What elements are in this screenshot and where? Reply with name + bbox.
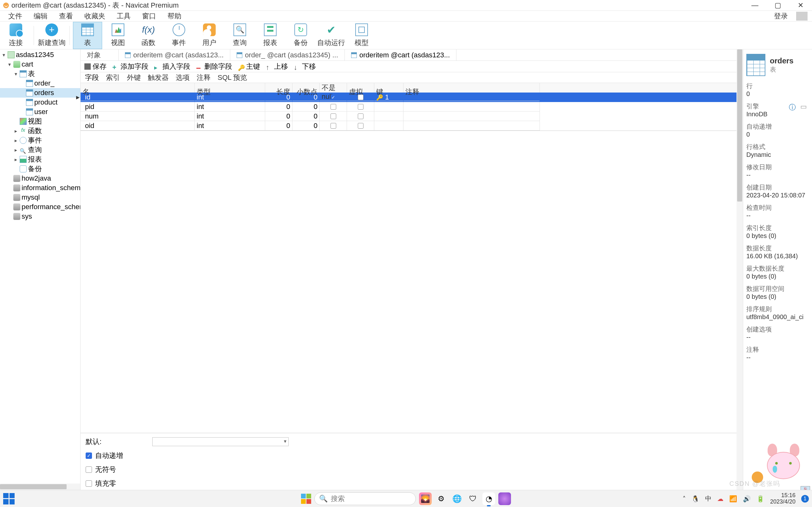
taskbar-notifications[interactable]: 1	[801, 495, 809, 503]
tree-folder-queries[interactable]: ▸查询	[0, 145, 80, 155]
login-button[interactable]: 登录	[768, 10, 794, 22]
virtual-checkbox[interactable]	[358, 104, 363, 110]
table-row[interactable]: oid int 0 0	[81, 121, 737, 130]
tool-event[interactable]: 事件	[164, 22, 194, 49]
tray-input-icon[interactable]: 中	[705, 494, 711, 503]
maximize-button[interactable]: ▢	[766, 0, 789, 11]
taskbar-app-shield[interactable]: 🛡	[467, 493, 479, 505]
table-row[interactable]: num int 0 0	[81, 112, 737, 121]
subtab-field[interactable]: 字段	[85, 73, 99, 82]
prop-zerofill[interactable]: 填充零	[86, 479, 731, 488]
tray-qq-icon[interactable]: 🐧	[692, 495, 699, 503]
tree-table-user[interactable]: user	[0, 107, 80, 117]
tray-battery-icon[interactable]: 🔋	[757, 495, 764, 503]
action-primary-key[interactable]: 主键	[238, 62, 260, 71]
tree-folder-backups[interactable]: 备份	[0, 164, 80, 174]
subtab-comment[interactable]: 注释	[197, 73, 211, 82]
tree-db-sys[interactable]: sys	[0, 212, 80, 221]
tool-function[interactable]: f(x)函数	[134, 22, 163, 49]
notnull-checkbox[interactable]	[331, 95, 336, 100]
tab-objects[interactable]: 对象	[81, 49, 119, 60]
virtual-checkbox[interactable]	[358, 123, 363, 129]
tab-order[interactable]: order_ @cart (asdas12345) ...	[230, 49, 345, 60]
taskbar-app-purple[interactable]	[498, 493, 511, 505]
prop-unsigned[interactable]: 无符号	[86, 465, 731, 474]
taskbar-app-edge[interactable]: 🌐	[451, 493, 463, 505]
virtual-checkbox[interactable]	[358, 95, 363, 100]
tree-folder-functions[interactable]: ▸函数	[0, 126, 80, 135]
info-icon[interactable]: ⓘ	[789, 103, 796, 112]
subtab-fk[interactable]: 外键	[127, 73, 141, 82]
tree-folder-reports[interactable]: ▸报表	[0, 155, 80, 164]
toolbar: 连接 新建查询 表 视图 f(x)函数 事件 用户 查询 报表 备份 自动运行 …	[0, 21, 812, 49]
menu-file[interactable]: 文件	[3, 10, 28, 22]
minimize-button[interactable]: —	[744, 0, 766, 11]
tree-db-perfschema[interactable]: performance_schema	[0, 202, 80, 212]
taskbar-app-navicat[interactable]: ◔	[483, 493, 495, 505]
tree-table-orders[interactable]: orders	[0, 88, 80, 98]
tray-cloud-icon[interactable]: ☁	[717, 495, 723, 503]
tab-orderitem-2[interactable]: orderitem @cart (asdas123...	[345, 49, 456, 60]
virtual-checkbox[interactable]	[358, 113, 363, 119]
menu-favorite[interactable]: 收藏夹	[79, 10, 111, 22]
menu-tool[interactable]: 工具	[111, 10, 136, 22]
tool-new-query[interactable]: 新建查询	[37, 22, 66, 49]
tray-wifi-icon[interactable]: 📶	[729, 495, 737, 503]
action-save[interactable]: 保存	[84, 62, 107, 71]
tree-db-how2java[interactable]: how2java	[0, 174, 80, 183]
notnull-checkbox[interactable]	[331, 113, 336, 119]
tree-folder-events[interactable]: ▸事件	[0, 135, 80, 145]
action-move-down[interactable]: 下移	[294, 62, 316, 71]
prop-default-combo[interactable]	[152, 437, 289, 446]
tool-user[interactable]: 用户	[195, 22, 224, 49]
subtab-index[interactable]: 索引	[106, 73, 120, 82]
menu-edit[interactable]: 编辑	[28, 10, 53, 22]
tool-table[interactable]: 表	[73, 22, 102, 49]
subtab-sql[interactable]: SQL 预览	[217, 73, 247, 82]
tool-connection[interactable]: 连接	[1, 22, 31, 49]
taskbar-app-gallery[interactable]: 🌄	[419, 493, 432, 505]
avatar-icon[interactable]	[796, 12, 808, 20]
start-alt-icon[interactable]	[3, 493, 14, 504]
action-add-field[interactable]: 添加字段	[112, 62, 148, 71]
tree-db-mysql[interactable]: mysql	[0, 193, 80, 202]
tree-db-infoschema[interactable]: information_schema	[0, 183, 80, 193]
tree-folder-views[interactable]: 视图	[0, 117, 80, 126]
tool-backup[interactable]: 备份	[286, 22, 315, 49]
subtab-trigger[interactable]: 触发器	[148, 73, 169, 82]
info-property: 自动递增0	[746, 122, 809, 138]
notnull-checkbox[interactable]	[331, 123, 336, 129]
table-row[interactable]: ▸id int 0 0 1	[81, 93, 737, 102]
menu-help[interactable]: 帮助	[162, 10, 187, 22]
sidebar-scrollbar[interactable]	[0, 484, 81, 490]
menu-view[interactable]: 查看	[53, 10, 79, 22]
tree-table-order[interactable]: order_	[0, 78, 80, 88]
taskbar-app-settings[interactable]: ⚙	[435, 493, 448, 505]
tree-database-cart[interactable]: ▾cart	[0, 60, 80, 69]
tool-query[interactable]: 查询	[225, 22, 254, 49]
tray-chevron-icon[interactable]: ˄	[682, 495, 686, 503]
tool-model[interactable]: 模型	[347, 22, 376, 49]
tray-volume-icon[interactable]: 🔊	[743, 495, 751, 503]
action-move-up[interactable]: 上移	[266, 62, 288, 71]
notnull-checkbox[interactable]	[331, 104, 336, 110]
taskbar-search[interactable]: 🔍搜索	[314, 493, 416, 505]
tree-folder-tables[interactable]: ▾表	[0, 69, 80, 78]
close-button[interactable]: ✕	[789, 0, 812, 11]
tree-table-product[interactable]: product	[0, 98, 80, 107]
ddl-icon[interactable]: ▭	[800, 103, 807, 112]
subtab-option[interactable]: 选项	[176, 73, 190, 82]
action-delete-field[interactable]: 删除字段	[196, 62, 232, 71]
tool-auto[interactable]: 自动运行	[316, 22, 346, 49]
tool-view[interactable]: 视图	[103, 22, 133, 49]
tool-report[interactable]: 报表	[256, 22, 285, 49]
tree-connection[interactable]: ▾asdas12345	[0, 50, 80, 60]
editor-scrollbar[interactable]	[737, 49, 743, 490]
menu-window[interactable]: 窗口	[136, 10, 162, 22]
tab-orderitem-1[interactable]: orderitem @cart (asdas123...	[119, 49, 230, 60]
taskbar-clock[interactable]: 15:162023/4/20	[770, 493, 796, 505]
table-row[interactable]: pid int 0 0	[81, 102, 737, 112]
prop-autoincrement[interactable]: 自动递增	[86, 451, 731, 460]
action-insert-field[interactable]: 插入字段	[154, 62, 190, 71]
start-button[interactable]	[301, 494, 311, 504]
